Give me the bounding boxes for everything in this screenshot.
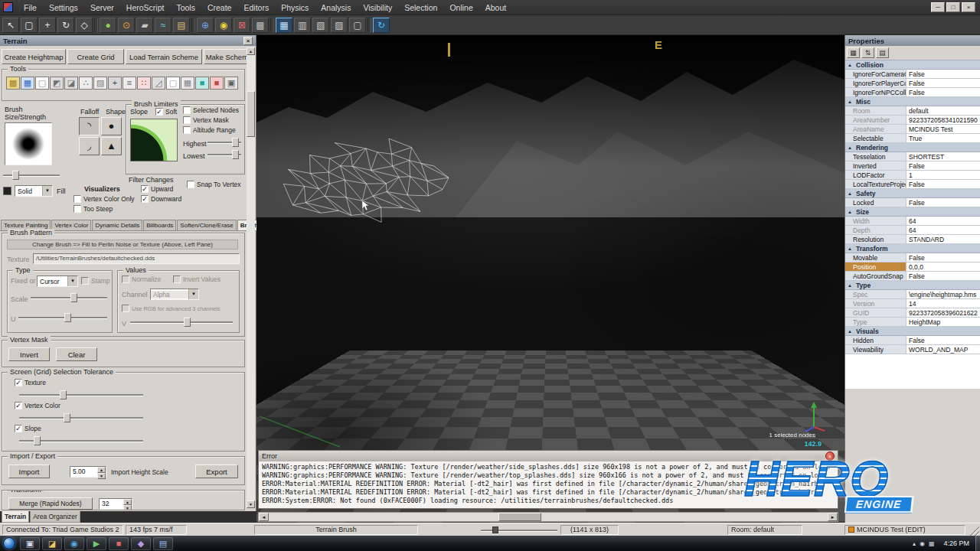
collapse-arrow-icon[interactable]: ▲ — [848, 189, 854, 197]
property-row[interactable]: IgnoreForNPCCollisFalse — [845, 88, 980, 97]
normalize-checkbox[interactable]: Normalize — [122, 276, 161, 283]
terrain-tab[interactable]: Billboards — [143, 220, 176, 230]
checkbox-box[interactable] — [122, 276, 129, 283]
property-row[interactable]: LocalTextureProjectFalse — [845, 180, 980, 189]
scroll-right-icon[interactable]: ► — [828, 513, 838, 521]
property-row[interactable]: Width64 — [845, 217, 980, 226]
channel-dropdown[interactable]: Alpha▼ — [150, 289, 199, 300]
scroll-down-icon[interactable]: ▼ — [247, 500, 255, 508]
property-row[interactable]: Version14 — [845, 299, 980, 308]
scale-slider[interactable] — [31, 292, 107, 303]
terrain-tool-icon[interactable]: ▦ — [181, 77, 194, 90]
property-value[interactable]: False — [906, 88, 980, 96]
properties-panel-titlebar[interactable]: Properties — [845, 35, 980, 46]
property-row[interactable]: IgnoreForCameraColFalse — [845, 70, 980, 79]
taskbar-app-icon[interactable]: ◪ — [42, 537, 62, 550]
checkbox-box[interactable]: ✓ — [141, 185, 149, 193]
property-row[interactable]: Depth64 — [845, 226, 980, 235]
menu-item[interactable]: Settings — [43, 1, 84, 15]
slope-falloff-curve[interactable] — [130, 119, 178, 161]
tray-icon[interactable]: ◉ — [920, 540, 925, 547]
too-steep-checkbox[interactable]: Too Steep — [74, 205, 113, 213]
terrain-tool-icon[interactable]: ▩ — [6, 77, 20, 90]
merge-value-field[interactable]: 32▲▼ — [99, 498, 132, 510]
cursor-dropdown[interactable]: Cursor▼ — [37, 276, 78, 287]
properties-toolbar-icon[interactable]: ▤ — [876, 47, 889, 58]
property-value[interactable]: 9223372058396021622 — [906, 308, 980, 317]
property-row[interactable]: IgnoreForPlayerCollFalse — [845, 79, 980, 88]
snap-to-vertex-checkbox[interactable]: Snap To Vertex — [187, 181, 241, 188]
collapse-arrow-icon[interactable]: ▲ — [848, 60, 854, 69]
property-value[interactable]: False — [906, 253, 980, 262]
horizontal-scrollbar[interactable]: ◄ ► — [258, 512, 838, 522]
property-value[interactable]: 9223372058341021590 — [906, 116, 980, 124]
scroll-track[interactable] — [269, 513, 828, 521]
fill-mode-dropdown[interactable]: Solid▼ — [15, 185, 53, 197]
property-row[interactable]: Spec\engine\heightmap.hms — [845, 290, 980, 299]
checkbox-box[interactable] — [183, 126, 191, 134]
property-value[interactable]: HeightMap — [906, 318, 980, 326]
property-value[interactable]: SHORTEST — [906, 152, 980, 161]
collapse-arrow-icon[interactable]: ▲ — [848, 97, 854, 106]
toolbar-icon[interactable] — [94, 18, 98, 32]
terrain-tool-icon[interactable]: ▨ — [93, 77, 107, 90]
error-window-titlebar[interactable]: Error × — [259, 451, 838, 461]
property-category-row[interactable]: ▲Type — [845, 281, 980, 290]
menu-item[interactable]: Create — [201, 1, 238, 15]
toolbar-icon[interactable]: ⊠ — [234, 18, 250, 33]
checkbox-box[interactable]: ✓ — [141, 195, 149, 203]
toolbar-icon[interactable]: ◉ — [215, 18, 232, 33]
properties-toolbar-icon[interactable]: ▦ — [847, 47, 860, 58]
property-category-row[interactable]: ▲Visuals — [845, 327, 980, 336]
menu-item[interactable]: Physics — [275, 1, 315, 15]
falloff-curve-button-1[interactable]: ◝ — [79, 117, 100, 135]
property-category-row[interactable]: ▲Misc — [845, 97, 980, 106]
toolbar-icon[interactable]: ▥ — [294, 18, 311, 33]
checkbox-box[interactable] — [74, 195, 81, 203]
checkbox-box[interactable] — [183, 116, 191, 124]
toolbar-icon[interactable] — [191, 18, 195, 32]
use-rgb-checkbox[interactable]: Use RGB for advanced 3 channels — [122, 305, 220, 312]
checkbox-box[interactable]: ✓ — [15, 379, 22, 386]
property-value[interactable]: \engine\heightmap.hms — [906, 290, 980, 298]
terrain-tool-icon[interactable]: ▦ — [21, 77, 34, 90]
toolbar-icon[interactable] — [368, 18, 371, 32]
checkbox-box[interactable] — [183, 106, 191, 114]
collapse-arrow-icon[interactable]: ▲ — [848, 244, 854, 253]
property-row[interactable]: ViewabilityWORLD_AND_MAP — [845, 345, 980, 354]
merge-rapid-nodes-button[interactable]: Merge (Rapid Nodes) — [8, 497, 93, 510]
property-value[interactable]: False — [906, 180, 980, 188]
collapse-arrow-icon[interactable]: ▲ — [848, 143, 854, 152]
fill-color-swatch[interactable] — [3, 187, 11, 195]
import-height-scale-field[interactable]: 5.00▲▼ — [70, 466, 106, 478]
checkbox-box[interactable] — [122, 305, 129, 312]
vertex-color-tolerance-slider[interactable] — [19, 412, 143, 423]
u-slider[interactable] — [18, 312, 107, 323]
checkbox-box[interactable] — [173, 276, 181, 283]
property-value[interactable]: WORLD_AND_MAP — [906, 345, 980, 354]
dock-tab[interactable]: Terrain — [2, 511, 29, 523]
property-row[interactable]: Roomdefault — [845, 106, 980, 116]
slope-tolerance-slider[interactable] — [19, 435, 143, 446]
collapse-arrow-icon[interactable]: ▲ — [848, 207, 854, 216]
close-icon[interactable]: × — [825, 452, 835, 461]
checkbox-box[interactable] — [187, 181, 194, 188]
dock-tab[interactable]: Area Organizer — [30, 511, 80, 523]
toolbar-icon[interactable]: ▢ — [21, 18, 38, 33]
property-value[interactable]: True — [906, 134, 980, 142]
terrain-tool-icon[interactable]: ▢ — [35, 77, 49, 90]
toolbar-icon[interactable]: ▨ — [331, 18, 348, 33]
terrain-panel-titlebar[interactable]: Terrain × — [0, 35, 256, 46]
terrain-tool-icon[interactable]: ◩ — [50, 77, 64, 90]
property-row[interactable]: LODFactor1 — [845, 171, 980, 180]
taskbar-app-icon[interactable]: ▣ — [20, 537, 40, 550]
terrain-tool-icon[interactable]: ∷ — [137, 77, 151, 90]
toolbar-icon[interactable]: ▦ — [276, 18, 292, 33]
error-window[interactable]: Error × WARNING:graphics:PERFORMANCE WAR… — [258, 450, 838, 509]
property-row[interactable]: AreaNameMCINDUS Test — [845, 125, 980, 134]
terrain-tab[interactable]: Dynamic Details — [92, 220, 142, 230]
start-button[interactable] — [3, 537, 15, 549]
vertex-color-only-checkbox[interactable]: Vertex Color Only — [74, 195, 135, 203]
terrain-tab[interactable]: Soften/Clone/Erase — [177, 220, 236, 230]
brush-preview[interactable] — [5, 122, 52, 165]
